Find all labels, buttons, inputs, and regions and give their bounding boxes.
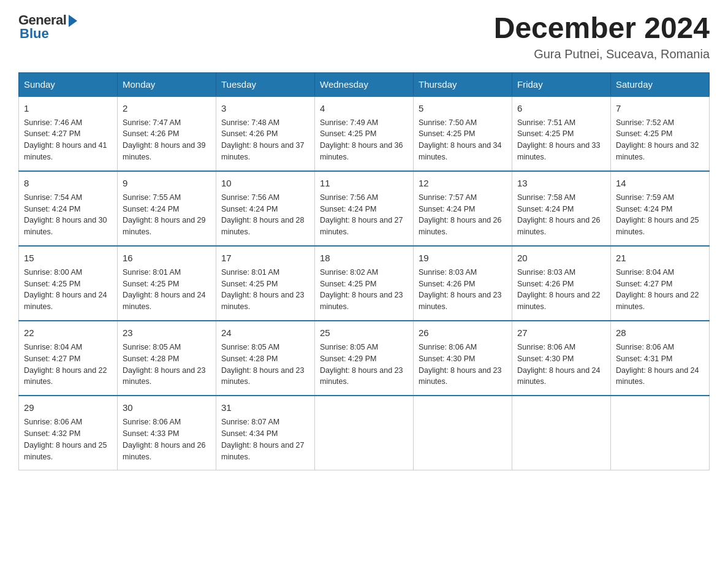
day-number: 18 (320, 251, 408, 265)
weekday-header: Tuesday (216, 72, 315, 96)
day-number: 3 (221, 102, 309, 115)
calendar-day-cell: 16Sunrise: 8:01 AMSunset: 4:25 PMDayligh… (118, 246, 216, 321)
location: Gura Putnei, Suceava, Romania (494, 47, 710, 61)
day-number: 26 (419, 326, 507, 340)
day-info: Sunrise: 8:06 AMSunset: 4:30 PMDaylight:… (517, 343, 601, 386)
calendar-day-cell: 21Sunrise: 8:04 AMSunset: 4:27 PMDayligh… (611, 246, 710, 321)
logo-arrow-icon (69, 15, 77, 27)
calendar-table: SundayMondayTuesdayWednesdayThursdayFrid… (18, 72, 710, 471)
day-number: 30 (123, 401, 211, 415)
day-number: 2 (123, 102, 211, 115)
day-number: 14 (616, 177, 704, 190)
calendar-day-cell: 28Sunrise: 8:06 AMSunset: 4:31 PMDayligh… (611, 321, 710, 396)
day-info: Sunrise: 8:06 AMSunset: 4:31 PMDaylight:… (616, 343, 699, 386)
page-header: General Blue December 2024 Gura Putnei, … (18, 12, 710, 61)
day-info: Sunrise: 8:01 AMSunset: 4:25 PMDaylight:… (123, 268, 206, 312)
day-info: Sunrise: 7:47 AMSunset: 4:26 PMDaylight:… (123, 118, 206, 162)
day-number: 27 (517, 326, 605, 340)
day-info: Sunrise: 7:48 AMSunset: 4:26 PMDaylight:… (221, 118, 305, 162)
calendar-day-cell (414, 396, 512, 470)
calendar-day-cell: 12Sunrise: 7:57 AMSunset: 4:24 PMDayligh… (414, 171, 512, 246)
logo-blue-text: Blue (20, 26, 49, 42)
calendar-day-cell: 26Sunrise: 8:06 AMSunset: 4:30 PMDayligh… (414, 321, 512, 396)
calendar-day-cell: 25Sunrise: 8:05 AMSunset: 4:29 PMDayligh… (315, 321, 414, 396)
calendar-week-row: 29Sunrise: 8:06 AMSunset: 4:32 PMDayligh… (19, 396, 710, 470)
month-title: December 2024 (494, 12, 710, 45)
day-number: 9 (123, 177, 211, 190)
calendar-day-cell: 22Sunrise: 8:04 AMSunset: 4:27 PMDayligh… (19, 321, 118, 396)
day-info: Sunrise: 8:04 AMSunset: 4:27 PMDaylight:… (616, 268, 699, 312)
day-info: Sunrise: 8:04 AMSunset: 4:27 PMDaylight:… (24, 343, 107, 386)
calendar-day-cell: 5Sunrise: 7:50 AMSunset: 4:25 PMDaylight… (414, 96, 512, 171)
day-number: 19 (419, 251, 507, 265)
day-info: Sunrise: 8:00 AMSunset: 4:25 PMDaylight:… (24, 268, 107, 312)
day-info: Sunrise: 8:01 AMSunset: 4:25 PMDaylight:… (221, 268, 305, 312)
weekday-header: Wednesday (315, 72, 414, 96)
day-number: 23 (123, 326, 211, 340)
weekday-header: Saturday (611, 72, 710, 96)
day-number: 13 (517, 177, 605, 190)
day-number: 1 (24, 102, 112, 115)
day-info: Sunrise: 8:07 AMSunset: 4:34 PMDaylight:… (221, 418, 305, 461)
day-number: 11 (320, 177, 408, 190)
weekday-header: Friday (512, 72, 611, 96)
day-number: 12 (419, 177, 507, 190)
calendar-day-cell: 3Sunrise: 7:48 AMSunset: 4:26 PMDaylight… (216, 96, 315, 171)
calendar-week-row: 1Sunrise: 7:46 AMSunset: 4:27 PMDaylight… (19, 96, 710, 171)
calendar-day-cell: 15Sunrise: 8:00 AMSunset: 4:25 PMDayligh… (19, 246, 118, 321)
day-info: Sunrise: 7:56 AMSunset: 4:24 PMDaylight:… (320, 193, 403, 237)
calendar-day-cell: 29Sunrise: 8:06 AMSunset: 4:32 PMDayligh… (19, 396, 118, 470)
day-info: Sunrise: 7:54 AMSunset: 4:24 PMDaylight:… (24, 193, 107, 237)
calendar-day-cell: 18Sunrise: 8:02 AMSunset: 4:25 PMDayligh… (315, 246, 414, 321)
calendar-day-cell: 6Sunrise: 7:51 AMSunset: 4:25 PMDaylight… (512, 96, 611, 171)
weekday-header: Monday (118, 72, 216, 96)
day-number: 31 (221, 401, 309, 415)
day-info: Sunrise: 7:51 AMSunset: 4:25 PMDaylight:… (517, 118, 601, 162)
day-info: Sunrise: 7:57 AMSunset: 4:24 PMDaylight:… (419, 193, 502, 237)
calendar-day-cell: 17Sunrise: 8:01 AMSunset: 4:25 PMDayligh… (216, 246, 315, 321)
calendar-day-cell: 13Sunrise: 7:58 AMSunset: 4:24 PMDayligh… (512, 171, 611, 246)
calendar-day-cell: 9Sunrise: 7:55 AMSunset: 4:24 PMDaylight… (118, 171, 216, 246)
day-number: 21 (616, 251, 704, 265)
weekday-header: Sunday (19, 72, 118, 96)
calendar-week-row: 15Sunrise: 8:00 AMSunset: 4:25 PMDayligh… (19, 246, 710, 321)
day-number: 6 (517, 102, 605, 115)
day-number: 25 (320, 326, 408, 340)
day-info: Sunrise: 7:55 AMSunset: 4:24 PMDaylight:… (123, 193, 206, 237)
calendar-day-cell (315, 396, 414, 470)
calendar-day-cell: 23Sunrise: 8:05 AMSunset: 4:28 PMDayligh… (118, 321, 216, 396)
calendar-day-cell: 19Sunrise: 8:03 AMSunset: 4:26 PMDayligh… (414, 246, 512, 321)
day-info: Sunrise: 7:49 AMSunset: 4:25 PMDaylight:… (320, 118, 403, 162)
calendar-day-cell: 8Sunrise: 7:54 AMSunset: 4:24 PMDaylight… (19, 171, 118, 246)
calendar-day-cell: 10Sunrise: 7:56 AMSunset: 4:24 PMDayligh… (216, 171, 315, 246)
day-info: Sunrise: 8:05 AMSunset: 4:29 PMDaylight:… (320, 343, 403, 386)
day-info: Sunrise: 7:52 AMSunset: 4:25 PMDaylight:… (616, 118, 699, 162)
day-info: Sunrise: 7:59 AMSunset: 4:24 PMDaylight:… (616, 193, 699, 237)
day-info: Sunrise: 8:05 AMSunset: 4:28 PMDaylight:… (123, 343, 206, 386)
calendar-day-cell: 2Sunrise: 7:47 AMSunset: 4:26 PMDaylight… (118, 96, 216, 171)
calendar-day-cell (611, 396, 710, 470)
day-number: 29 (24, 401, 112, 415)
day-number: 17 (221, 251, 309, 265)
day-info: Sunrise: 8:06 AMSunset: 4:32 PMDaylight:… (24, 418, 107, 461)
calendar-day-cell: 11Sunrise: 7:56 AMSunset: 4:24 PMDayligh… (315, 171, 414, 246)
day-info: Sunrise: 8:02 AMSunset: 4:25 PMDaylight:… (320, 268, 403, 312)
calendar-day-cell: 27Sunrise: 8:06 AMSunset: 4:30 PMDayligh… (512, 321, 611, 396)
calendar-week-row: 8Sunrise: 7:54 AMSunset: 4:24 PMDaylight… (19, 171, 710, 246)
logo: General Blue (18, 12, 77, 42)
day-number: 16 (123, 251, 211, 265)
day-info: Sunrise: 8:03 AMSunset: 4:26 PMDaylight:… (419, 268, 502, 312)
calendar-week-row: 22Sunrise: 8:04 AMSunset: 4:27 PMDayligh… (19, 321, 710, 396)
day-info: Sunrise: 7:46 AMSunset: 4:27 PMDaylight:… (24, 118, 107, 162)
day-info: Sunrise: 7:56 AMSunset: 4:24 PMDaylight:… (221, 193, 305, 237)
day-number: 24 (221, 326, 309, 340)
day-number: 20 (517, 251, 605, 265)
calendar-day-cell (512, 396, 611, 470)
calendar-day-cell: 1Sunrise: 7:46 AMSunset: 4:27 PMDaylight… (19, 96, 118, 171)
calendar-day-cell: 14Sunrise: 7:59 AMSunset: 4:24 PMDayligh… (611, 171, 710, 246)
title-block: December 2024 Gura Putnei, Suceava, Roma… (494, 12, 710, 61)
day-number: 5 (419, 102, 507, 115)
weekday-header: Thursday (414, 72, 512, 96)
day-info: Sunrise: 7:58 AMSunset: 4:24 PMDaylight:… (517, 193, 601, 237)
day-info: Sunrise: 8:05 AMSunset: 4:28 PMDaylight:… (221, 343, 305, 386)
